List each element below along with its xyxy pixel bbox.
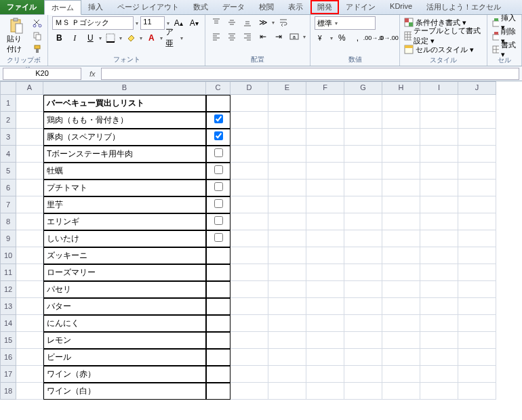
cell-I7[interactable] — [420, 196, 458, 213]
cell-G11[interactable] — [344, 264, 382, 281]
checkbox-row-7[interactable] — [214, 199, 223, 208]
cell-I9[interactable] — [420, 230, 458, 247]
orientation-button[interactable]: ≫ — [256, 16, 270, 28]
decrease-indent-button[interactable]: ⇤ — [256, 30, 270, 43]
row-header-13[interactable]: 13 — [0, 298, 16, 315]
row-header-11[interactable]: 11 — [0, 264, 16, 281]
cell-J7[interactable] — [458, 196, 496, 213]
cell-H7[interactable] — [382, 196, 420, 213]
row-header-16[interactable]: 16 — [0, 349, 16, 366]
fill-color-button[interactable] — [124, 32, 138, 44]
row-header-5[interactable]: 5 — [0, 163, 16, 180]
cell-E14[interactable] — [268, 315, 306, 332]
cell-B10[interactable]: ズッキーニ — [43, 247, 206, 264]
cell-F4[interactable] — [306, 146, 344, 163]
cell-H14[interactable] — [382, 315, 420, 332]
format-cells-button[interactable]: 書式 ▾ — [491, 43, 517, 56]
cell-J5[interactable] — [458, 163, 496, 180]
tab-use[interactable]: 活用しよう！エクセル — [420, 0, 508, 14]
cell-G6[interactable] — [344, 180, 382, 196]
select-all-corner[interactable] — [0, 81, 16, 95]
cell-B2[interactable]: 鶏肉（もも・骨付き） — [43, 112, 206, 129]
cell-D5[interactable] — [230, 163, 268, 180]
cell-G4[interactable] — [344, 146, 382, 163]
underline-button[interactable]: U — [83, 32, 97, 44]
format-painter-button[interactable] — [31, 44, 43, 54]
cell-C2[interactable] — [206, 112, 230, 129]
cell-B4[interactable]: Tボーンステーキ用牛肉 — [43, 146, 206, 163]
tab-home[interactable]: ホーム — [44, 0, 81, 15]
cell-E16[interactable] — [268, 349, 306, 366]
align-center-button[interactable] — [225, 30, 239, 43]
tab-view[interactable]: 表示 — [281, 0, 310, 14]
row-header-7[interactable]: 7 — [0, 196, 16, 213]
cell-E17[interactable] — [268, 366, 306, 383]
cell-J14[interactable] — [458, 315, 496, 332]
decrease-decimal-button[interactable]: .0→.00 — [382, 32, 395, 44]
row-header-2[interactable]: 2 — [0, 112, 16, 129]
cell-F8[interactable] — [306, 213, 344, 230]
cell-A16[interactable] — [16, 349, 43, 366]
cell-D6[interactable] — [230, 180, 268, 196]
cell-E5[interactable] — [268, 163, 306, 180]
cell-H4[interactable] — [382, 146, 420, 163]
font-color-button[interactable]: A — [144, 32, 158, 44]
cell-B14[interactable]: にんにく — [43, 315, 206, 332]
cell-F15[interactable] — [306, 332, 344, 349]
cell-E6[interactable] — [268, 180, 306, 196]
checkbox-row-4[interactable] — [214, 148, 223, 157]
cell-B12[interactable]: パセリ — [43, 281, 206, 298]
cell-A9[interactable] — [16, 230, 43, 247]
cell-D4[interactable] — [230, 146, 268, 163]
tab-data[interactable]: データ — [216, 0, 252, 14]
cell-B6[interactable]: プチトマト — [43, 180, 206, 196]
row-header-17[interactable]: 17 — [0, 366, 16, 383]
cell-H13[interactable] — [382, 298, 420, 315]
cell-F14[interactable] — [306, 315, 344, 332]
comma-button[interactable]: , — [350, 32, 364, 44]
cell-A12[interactable] — [16, 281, 43, 298]
cell-J11[interactable] — [458, 264, 496, 281]
checkbox-row-8[interactable] — [214, 216, 223, 225]
cell-A2[interactable] — [16, 112, 43, 129]
cell-E12[interactable] — [268, 281, 306, 298]
tab-formulas[interactable]: 数式 — [186, 0, 216, 14]
cell-C10[interactable] — [206, 247, 230, 264]
cell-A8[interactable] — [16, 213, 43, 230]
cell-I12[interactable] — [420, 281, 458, 298]
row-header-4[interactable]: 4 — [0, 146, 16, 163]
cell-D1[interactable] — [230, 95, 268, 112]
row-header-18[interactable]: 18 — [0, 383, 16, 400]
cell-C18[interactable] — [206, 383, 230, 400]
col-header-F[interactable]: F — [306, 81, 344, 95]
cell-A7[interactable] — [16, 196, 43, 213]
cell-A6[interactable] — [16, 180, 43, 196]
cell-H10[interactable] — [382, 247, 420, 264]
col-header-G[interactable]: G — [344, 81, 382, 95]
paste-button[interactable]: 貼り付け — [4, 16, 28, 56]
checkbox-row-3[interactable] — [214, 131, 223, 140]
align-top-button[interactable] — [209, 16, 223, 28]
row-header-9[interactable]: 9 — [0, 230, 16, 247]
copy-button[interactable] — [31, 31, 43, 41]
cell-H8[interactable] — [382, 213, 420, 230]
cell-H17[interactable] — [382, 366, 420, 383]
cell-F9[interactable] — [306, 230, 344, 247]
cell-J10[interactable] — [458, 247, 496, 264]
cell-H2[interactable] — [382, 112, 420, 129]
percent-button[interactable]: % — [335, 32, 348, 44]
tab-addins[interactable]: アドイン — [339, 0, 383, 14]
cell-A14[interactable] — [16, 315, 43, 332]
cell-I8[interactable] — [420, 213, 458, 230]
checkbox-row-9[interactable] — [214, 233, 223, 242]
align-middle-button[interactable] — [225, 16, 239, 28]
cell-G7[interactable] — [344, 196, 382, 213]
cell-E1[interactable] — [268, 95, 306, 112]
tab-developer[interactable]: 開発 — [310, 0, 339, 14]
increase-indent-button[interactable]: ⇥ — [272, 30, 285, 43]
cell-F11[interactable] — [306, 264, 344, 281]
cell-F18[interactable] — [306, 383, 344, 400]
cell-A13[interactable] — [16, 298, 43, 315]
cell-J12[interactable] — [458, 281, 496, 298]
format-as-table-button[interactable]: テーブルとして書式設定 ▾ — [404, 30, 483, 42]
